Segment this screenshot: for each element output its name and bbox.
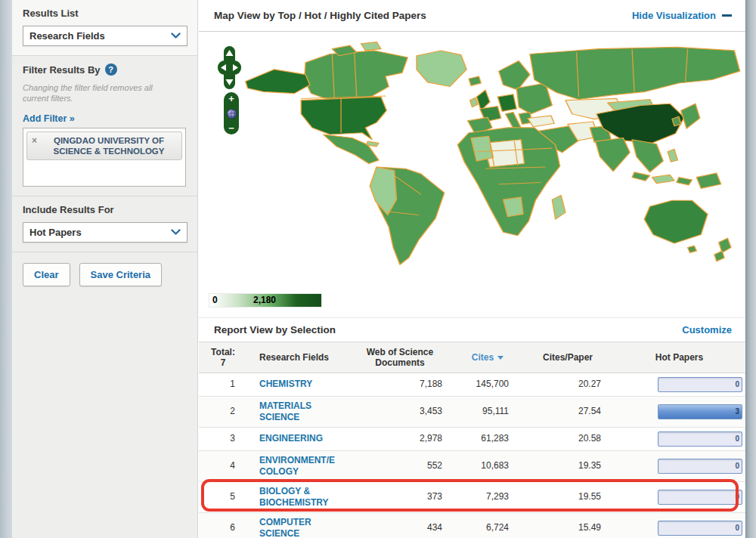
results-list-heading: Results List	[23, 8, 187, 19]
include-results-dropdown-value: Hot Papers	[29, 227, 82, 238]
field-link[interactable]: COMPUTER SCIENCE	[259, 517, 311, 538]
legend-min-value: 0	[212, 295, 218, 305]
rank-cell: 4	[199, 450, 247, 481]
world-choropleth-map[interactable]	[199, 32, 745, 289]
table-row: 6COMPUTER SCIENCE4346,72415.490	[199, 512, 745, 538]
column-header-cites-sort[interactable]: Cites	[453, 342, 522, 373]
vertical-scrollbar[interactable]	[745, 0, 756, 538]
hot-papers-value: 0	[735, 490, 739, 504]
rank-cell: 3	[199, 427, 247, 450]
hot-papers-value: 0	[735, 521, 739, 535]
table-row: 5BIOLOGY & BIOCHEMISTRY3737,29319.550	[199, 481, 745, 512]
hot-papers-bar[interactable]: 0	[658, 490, 742, 505]
clear-button[interactable]: Clear	[23, 263, 70, 286]
hot-papers-value: 3	[735, 405, 739, 419]
total-count: 7	[199, 357, 247, 368]
hot-papers-cell: 0	[613, 481, 745, 512]
map-visualization[interactable]: + − 0 2,180	[199, 32, 745, 317]
report-rows: 1CHEMISTRY7,188145,70020.2702MATERIALS S…	[199, 373, 745, 538]
main-content: Map View by Top / Hot / Highly Cited Pap…	[199, 0, 745, 538]
hot-papers-bar[interactable]: 0	[658, 431, 742, 447]
report-table: Total: 7 Research Fields Web of Science …	[199, 342, 745, 538]
cites-cell: 145,700	[453, 373, 522, 396]
zoom-out-icon[interactable]: −	[228, 123, 234, 133]
remove-tag-icon[interactable]: ×	[32, 135, 37, 146]
chevron-down-icon	[171, 229, 181, 236]
legend-max-value: 2,180	[253, 295, 276, 305]
cites-cell: 95,111	[453, 396, 522, 427]
field-link[interactable]: CHEMISTRY	[259, 379, 312, 389]
hot-papers-bar[interactable]: 0	[658, 459, 742, 474]
filter-heading: Filter Results By ?	[23, 63, 187, 76]
field-cell: MATERIALS SCIENCE	[247, 396, 347, 427]
field-link[interactable]: ENVIRONMENT/ECOLOGY	[259, 455, 335, 477]
table-header-row: Total: 7 Research Fields Web of Science …	[199, 342, 745, 373]
sidebar: Results List Research Fields Filter Resu…	[12, 0, 198, 538]
page: Results List Research Fields Filter Resu…	[0, 0, 756, 538]
hot-papers-cell: 0	[613, 512, 745, 538]
column-header-cites-per-paper: Cites/Paper	[522, 342, 613, 373]
documents-cell: 434	[347, 512, 453, 538]
table-row: 3ENGINEERING2,97861,28320.580	[199, 427, 745, 450]
rank-cell: 1	[199, 373, 247, 396]
map-pan-control[interactable]	[218, 46, 241, 92]
field-link[interactable]: ENGINEERING	[259, 433, 323, 444]
globe-icon[interactable]	[227, 109, 237, 119]
cites-sort-label: Cites	[472, 352, 494, 363]
hot-papers-cell: 0	[613, 450, 745, 481]
results-list-dropdown[interactable]: Research Fields	[23, 26, 187, 46]
chevron-down-icon	[171, 32, 181, 39]
hide-visualization-label: Hide Visualization	[632, 10, 716, 21]
table-row: 4ENVIRONMENT/ECOLOGY55210,68319.350	[199, 450, 745, 481]
cites-per-paper-cell: 27.54	[522, 396, 613, 427]
hot-papers-cell: 3	[613, 396, 745, 427]
field-cell: COMPUTER SCIENCE	[247, 512, 347, 538]
hot-papers-bar[interactable]: 3	[658, 404, 742, 419]
help-icon[interactable]: ?	[105, 63, 117, 76]
column-header-hot-papers: Hot Papers	[613, 342, 745, 373]
hot-papers-bar[interactable]: 0	[658, 521, 742, 536]
documents-cell: 2,978	[347, 427, 453, 450]
cites-per-paper-cell: 19.35	[522, 450, 613, 481]
minus-icon	[722, 14, 732, 17]
cites-per-paper-cell: 20.27	[522, 373, 613, 396]
cites-per-paper-cell: 19.55	[522, 481, 613, 512]
customize-link[interactable]: Customize	[682, 324, 732, 335]
include-results-heading: Include Results For	[23, 204, 187, 215]
column-header-research-fields: Research Fields	[247, 342, 347, 373]
sort-desc-icon	[497, 356, 503, 360]
total-label: Total:	[199, 347, 247, 357]
report-title: Report View by Selection	[214, 324, 336, 335]
filter-note: Changing the filter field removes all cu…	[23, 82, 174, 104]
cites-per-paper-cell: 20.58	[522, 427, 613, 450]
hot-papers-value: 0	[735, 459, 739, 473]
filter-tag[interactable]: × QINGDAO UNIVERSITY OF SCIENCE & TECHNO…	[26, 131, 182, 160]
documents-cell: 552	[347, 450, 453, 481]
field-cell: ENVIRONMENT/ECOLOGY	[247, 450, 347, 481]
zoom-in-icon[interactable]: +	[228, 94, 234, 104]
save-criteria-button[interactable]: Save Criteria	[79, 263, 163, 286]
cites-cell: 6,724	[453, 512, 522, 538]
hot-papers-bar[interactable]: 0	[658, 377, 742, 392]
hot-papers-cell: 0	[613, 373, 745, 396]
cites-cell: 7,293	[453, 481, 522, 512]
rank-cell: 2	[199, 396, 247, 427]
rank-cell: 6	[199, 512, 247, 538]
documents-cell: 373	[347, 481, 453, 512]
column-header-documents: Web of Science Documents	[347, 342, 453, 373]
field-cell: CHEMISTRY	[247, 373, 347, 396]
documents-cell: 3,453	[347, 396, 453, 427]
field-link[interactable]: MATERIALS SCIENCE	[259, 400, 311, 422]
field-cell: ENGINEERING	[247, 427, 347, 450]
map-zoom-control[interactable]: + −	[224, 92, 239, 134]
filter-box: × QINGDAO UNIVERSITY OF SCIENCE & TECHNO…	[23, 128, 186, 187]
include-results-dropdown[interactable]: Hot Papers	[23, 222, 187, 243]
hide-visualization-link[interactable]: Hide Visualization	[632, 10, 732, 21]
rank-cell: 5	[199, 481, 247, 512]
filter-section: Filter Results By ? Changing the filter …	[12, 56, 197, 196]
map-title: Map View by Top / Hot / Highly Cited Pap…	[214, 10, 426, 21]
field-link[interactable]: BIOLOGY & BIOCHEMISTRY	[259, 486, 329, 508]
actions-section: Clear Save Criteria	[12, 252, 197, 295]
add-filter-link[interactable]: Add Filter »	[23, 113, 75, 124]
map-panel-header: Map View by Top / Hot / Highly Cited Pap…	[199, 0, 745, 32]
